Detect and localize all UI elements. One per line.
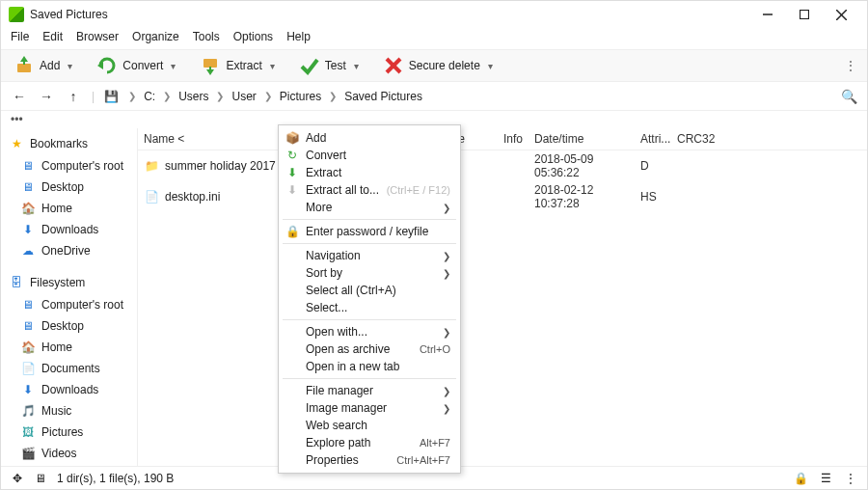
ctx-file-manager[interactable]: File manager❯: [279, 382, 460, 399]
drive-icon[interactable]: 💾: [104, 90, 119, 103]
sidebar-item-downloads[interactable]: ⬇Downloads: [7, 219, 137, 240]
ctx-add[interactable]: 📦Add: [279, 129, 460, 147]
chevron-right-icon: ❯: [443, 203, 450, 213]
sidebar-item-desktop[interactable]: 🖥Desktop: [7, 177, 137, 198]
computer-icon: 🖥: [20, 158, 36, 174]
ctx-open-new-tab[interactable]: Open in a new tab: [279, 358, 460, 375]
sidebar-item-label: Computer's root: [41, 298, 123, 312]
sidebar-item-home[interactable]: 🏠Home: [7, 198, 137, 219]
toolbar-overflow-button[interactable]: ⋮: [845, 59, 857, 72]
cloud-icon: ☁: [20, 243, 36, 259]
sidebar-item-downloads[interactable]: ⬇Downloads: [7, 379, 137, 400]
menu-options[interactable]: Options: [233, 30, 273, 43]
breadcrumb-seg[interactable]: Saved Pictures: [342, 88, 424, 105]
ctx-extract-all[interactable]: ⬇Extract all to...(Ctrl+E / F12): [279, 181, 460, 199]
menu-browser[interactable]: Browser: [76, 30, 119, 43]
col-crc[interactable]: CRC32: [671, 132, 729, 146]
music-icon: 🎵: [20, 403, 36, 419]
ctx-image-manager[interactable]: Image manager❯: [279, 399, 460, 417]
sidebar-item-label: Home: [41, 202, 72, 215]
sidebar-item-computers-root[interactable]: 🖥Computer's root: [7, 294, 137, 315]
sidebar-item-onedrive[interactable]: ☁OneDrive: [7, 240, 137, 261]
sidebar-filesystem-label: Filesystem: [30, 276, 85, 289]
ctx-properties[interactable]: PropertiesCtrl+Alt+F7: [279, 451, 460, 469]
overflow-icon[interactable]: ⋮: [844, 472, 857, 485]
toolbar-convert-button[interactable]: Convert ▾: [94, 53, 179, 78]
breadcrumb-seg[interactable]: C:: [142, 88, 157, 105]
menu-organize[interactable]: Organize: [132, 30, 179, 43]
downloads-icon: ⬇: [20, 222, 36, 237]
ctx-sep: [283, 378, 456, 379]
sidebar-item-music[interactable]: 🎵Music: [7, 400, 137, 422]
toolbar-convert-label: Convert: [122, 59, 163, 72]
ctx-sep: [283, 219, 456, 220]
menu-help[interactable]: Help: [286, 30, 311, 43]
ctx-more[interactable]: More❯: [279, 199, 460, 216]
sidebar-item-pictures[interactable]: 🖼Pictures: [7, 422, 137, 443]
toolbar-test-button[interactable]: Test ▾: [296, 53, 363, 78]
menu-file[interactable]: File: [11, 30, 29, 43]
col-info[interactable]: Info: [471, 132, 529, 146]
convert-icon: [97, 56, 117, 75]
toolbar-extract-button[interactable]: Extract ▾: [197, 53, 278, 78]
breadcrumb-seg[interactable]: Users: [176, 88, 210, 105]
file-rows: 📁 summer holiday 2017 2018-05-09 05:36:2…: [138, 150, 867, 466]
toolbar-test-label: Test: [325, 59, 346, 72]
sidebar-item-desktop[interactable]: 🖥Desktop: [7, 315, 137, 337]
sidebar-filesystem-header[interactable]: 🗄 Filesystem: [7, 271, 137, 294]
ctx-label: Select all (Ctrl+A): [306, 284, 396, 297]
breadcrumb-seg[interactable]: Pictures: [278, 88, 323, 105]
ctx-label: Properties: [306, 453, 359, 467]
table-row[interactable]: 📄 desktop.ini 2018-02-12 10:37:28 HS: [138, 181, 867, 212]
up-button[interactable]: ↑: [65, 89, 82, 104]
ctx-select-all[interactable]: Select all (Ctrl+A): [279, 282, 460, 299]
back-button[interactable]: ←: [11, 89, 28, 104]
toolbar-add-button[interactable]: Add ▾: [11, 53, 76, 78]
sidebar-item-videos[interactable]: 🎬Videos: [7, 443, 137, 464]
col-date[interactable]: Date/time: [529, 132, 635, 146]
ctx-extract[interactable]: ⬇Extract: [279, 164, 460, 181]
nav-divider: |: [92, 90, 95, 103]
ctx-convert[interactable]: ↻Convert: [279, 147, 460, 164]
ctx-shortcut: Ctrl+Alt+F7: [396, 454, 450, 466]
move-icon[interactable]: ✥: [11, 472, 24, 485]
sidebar-bookmarks-header[interactable]: ★ Bookmarks: [7, 132, 137, 155]
ctx-open-as-archive[interactable]: Open as archiveCtrl+O: [279, 340, 460, 358]
chevron-down-icon: ▾: [68, 61, 72, 71]
col-attr[interactable]: Attri...: [635, 132, 671, 146]
chevron-right-icon: ❯: [443, 251, 450, 261]
ctx-enter-password[interactable]: 🔒Enter password / keyfile: [279, 223, 460, 240]
maximize-button[interactable]: [786, 1, 823, 28]
ctx-open-with[interactable]: Open with...❯: [279, 323, 460, 340]
ctx-web-search[interactable]: Web search: [279, 417, 460, 434]
minimize-button[interactable]: [749, 1, 786, 28]
lock-icon[interactable]: 🔒: [794, 472, 807, 485]
sidebar-item-documents[interactable]: 📄Documents: [7, 358, 137, 379]
table-row[interactable]: 📁 summer holiday 2017 2018-05-09 05:36:2…: [138, 150, 867, 181]
breadcrumb-seg[interactable]: User: [230, 88, 258, 105]
convert-icon: ↻: [285, 149, 300, 162]
close-button[interactable]: [823, 1, 859, 28]
title-bar: Saved Pictures: [1, 1, 867, 28]
file-name: desktop.ini: [165, 190, 220, 204]
ctx-label: Sort by: [306, 266, 342, 280]
desktop-icon[interactable]: 🖥: [34, 472, 47, 485]
sidebar-item-label: Computer's root: [41, 159, 123, 173]
view-list-icon[interactable]: ☰: [819, 472, 832, 485]
maximize-icon: [800, 10, 809, 19]
ctx-sort-by[interactable]: Sort by❯: [279, 264, 460, 282]
toolbar-secure-delete-button[interactable]: Secure delete ▾: [380, 53, 497, 78]
svg-rect-8: [203, 59, 217, 68]
ctx-explore-path[interactable]: Explore pathAlt+F7: [279, 434, 460, 451]
file-list: Name < Type Size Info Date/time Attri...…: [138, 128, 867, 466]
menu-edit[interactable]: Edit: [42, 30, 63, 43]
ctx-select[interactable]: Select...: [279, 299, 460, 316]
sidebar-item-home[interactable]: 🏠Home: [7, 337, 137, 358]
ctx-label: Explore path: [306, 436, 370, 449]
ctx-navigation[interactable]: Navigation❯: [279, 247, 460, 264]
chevron-right-icon: ❯: [264, 91, 272, 101]
search-button[interactable]: 🔍: [841, 89, 857, 104]
menu-tools[interactable]: Tools: [193, 30, 220, 43]
forward-button[interactable]: →: [38, 89, 55, 104]
sidebar-item-computers-root[interactable]: 🖥Computer's root: [7, 155, 137, 177]
